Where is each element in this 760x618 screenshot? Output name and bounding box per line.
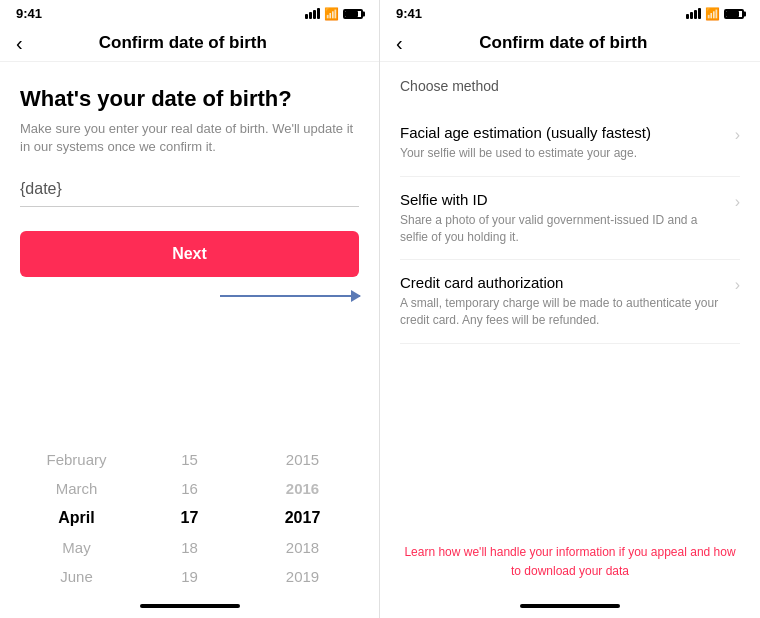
arrow-line	[220, 295, 360, 297]
status-bar-right: 9:41 📶	[380, 0, 760, 25]
method-credit-card-desc: A small, temporary charge will be made t…	[400, 295, 727, 329]
status-icons-left: 📶	[305, 7, 363, 21]
left-panel: 9:41 📶 ‹ Confirm date of birth What's yo…	[0, 0, 380, 618]
right-panel: 9:41 📶 ‹ Confirm date of birth Choose me…	[380, 0, 760, 618]
method-selfie-id-title: Selfie with ID	[400, 191, 727, 208]
status-icons-right: 📶	[686, 7, 744, 21]
month-february[interactable]: February	[46, 448, 106, 471]
day-16[interactable]: 16	[160, 477, 220, 500]
signal-icon	[305, 8, 320, 19]
day-15[interactable]: 15	[160, 448, 220, 471]
nav-bar-right: ‹ Confirm date of birth	[380, 25, 760, 62]
battery-icon-right	[724, 9, 744, 19]
nav-title-right: Confirm date of birth	[411, 33, 716, 53]
year-picker[interactable]: 2015 2016 2017 2018 2019	[272, 448, 332, 588]
footer-link[interactable]: Learn how we'll handle your information …	[404, 545, 735, 578]
right-footer: Learn how we'll handle your information …	[380, 530, 760, 596]
month-picker[interactable]: February March April May June	[46, 448, 106, 588]
page-heading: What's your date of birth?	[20, 86, 359, 112]
home-indicator-right	[380, 596, 760, 618]
home-indicator-left	[0, 596, 379, 618]
chevron-right-facial: ›	[735, 126, 740, 144]
month-march[interactable]: March	[47, 477, 107, 500]
day-17[interactable]: 17	[160, 506, 220, 530]
year-2015[interactable]: 2015	[272, 448, 332, 471]
date-scroll-picker[interactable]: February March April May June 15 16 17 1…	[0, 440, 379, 596]
date-input-value: {date}	[20, 180, 62, 197]
time-right: 9:41	[396, 6, 422, 21]
left-content: What's your date of birth? Make sure you…	[0, 62, 379, 440]
battery-icon	[343, 9, 363, 19]
next-button[interactable]: Next	[20, 231, 359, 277]
right-content: Choose method Facial age estimation (usu…	[380, 62, 760, 530]
time-left: 9:41	[16, 6, 42, 21]
day-19[interactable]: 19	[160, 565, 220, 588]
back-button-left[interactable]: ‹	[16, 33, 23, 53]
month-may[interactable]: May	[47, 536, 107, 559]
wifi-icon: 📶	[324, 7, 339, 21]
month-june[interactable]: June	[47, 565, 107, 588]
chevron-right-selfie: ›	[735, 193, 740, 211]
nav-title-left: Confirm date of birth	[31, 33, 335, 53]
arrow-indicator	[200, 295, 380, 297]
year-2017[interactable]: 2017	[272, 506, 332, 530]
method-facial-desc: Your selfie will be used to estimate you…	[400, 145, 727, 162]
chevron-right-credit: ›	[735, 276, 740, 294]
home-bar-left	[140, 604, 240, 608]
signal-icon-right	[686, 8, 701, 19]
method-facial-title: Facial age estimation (usually fastest)	[400, 124, 727, 141]
year-2019[interactable]: 2019	[272, 565, 332, 588]
page-subtext: Make sure you enter your real date of bi…	[20, 120, 359, 156]
method-credit-card-title: Credit card authorization	[400, 274, 727, 291]
year-2018[interactable]: 2018	[272, 536, 332, 559]
nav-bar-left: ‹ Confirm date of birth	[0, 25, 379, 62]
date-input-wrapper[interactable]: {date}	[20, 180, 359, 207]
choose-method-label: Choose method	[400, 78, 740, 94]
method-facial[interactable]: Facial age estimation (usually fastest) …	[400, 110, 740, 177]
month-april[interactable]: April	[47, 506, 107, 530]
method-selfie-id-desc: Share a photo of your valid government-i…	[400, 212, 727, 246]
day-picker[interactable]: 15 16 17 18 19	[160, 448, 220, 588]
back-button-right[interactable]: ‹	[396, 33, 403, 53]
wifi-icon-right: 📶	[705, 7, 720, 21]
method-selfie-id[interactable]: Selfie with ID Share a photo of your val…	[400, 177, 740, 261]
method-credit-card[interactable]: Credit card authorization A small, tempo…	[400, 260, 740, 344]
year-2016[interactable]: 2016	[272, 477, 332, 500]
home-bar-right	[520, 604, 620, 608]
status-bar-left: 9:41 📶	[0, 0, 379, 25]
day-18[interactable]: 18	[160, 536, 220, 559]
